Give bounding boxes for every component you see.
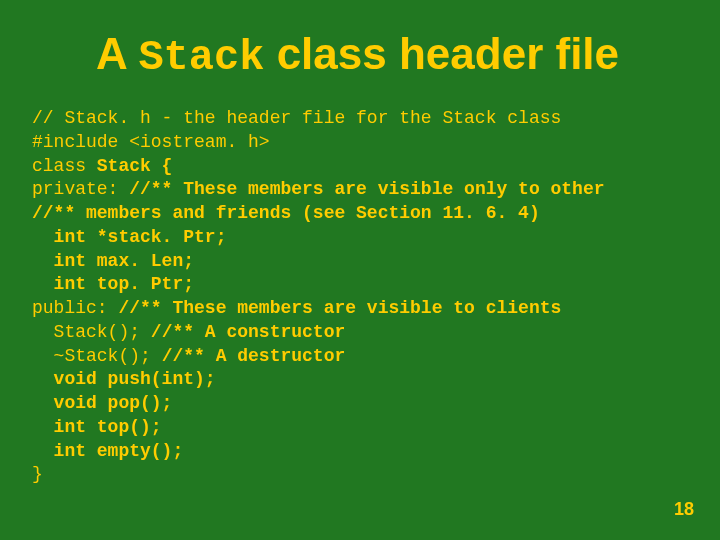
code-line: #include <iostream. h> (32, 132, 270, 152)
code-line: public: (32, 298, 118, 318)
slide-title: A Stack class header file (96, 30, 688, 81)
title-mono: Stack (138, 34, 264, 82)
code-line-bold: int top(); (32, 417, 162, 437)
page-number: 18 (674, 499, 694, 520)
code-line: private: (32, 179, 129, 199)
code-line-bold: int top. Ptr; (32, 274, 194, 294)
code-line-bold: //** A constructor (151, 322, 345, 342)
slide: A Stack class header file // Stack. h - … (0, 0, 720, 540)
title-pre: A (96, 29, 138, 78)
code-line-bold: //** These members are visible to client… (118, 298, 561, 318)
code-line-bold: int max. Len; (32, 251, 194, 271)
title-post: class header file (264, 29, 619, 78)
code-line: Stack(); (32, 322, 151, 342)
code-line-bold: void pop(); (32, 393, 172, 413)
code-line-bold: int *stack. Ptr; (32, 227, 226, 247)
code-line-bold: Stack { (97, 156, 173, 176)
code-line-bold: //** A destructor (162, 346, 346, 366)
code-line-bold: void push(int); (32, 369, 216, 389)
code-line-bold: //** These members are visible only to o… (129, 179, 604, 199)
code-block: // Stack. h - the header file for the St… (32, 107, 688, 487)
code-line: ~Stack(); (32, 346, 162, 366)
code-line-bold: //** members and friends (see Section 11… (32, 203, 540, 223)
code-line: class (32, 156, 97, 176)
code-line-bold: int empty(); (32, 441, 183, 461)
code-line: // Stack. h - the header file for the St… (32, 108, 561, 128)
code-line: } (32, 464, 43, 484)
